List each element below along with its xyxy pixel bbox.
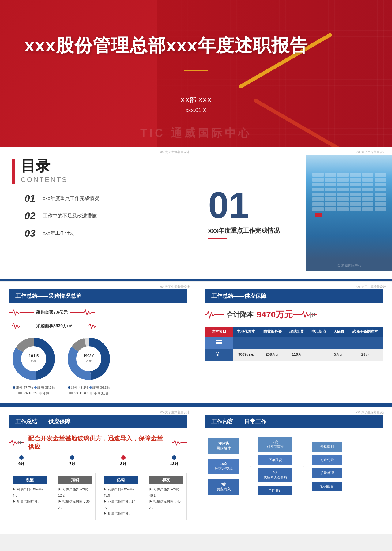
table-cell [348,337,383,349]
supply-reduction-header: 工作总结——供应保障 [205,289,383,303]
window [362,188,374,191]
window [350,202,361,206]
window [312,173,324,177]
block-num: 2路9块 [213,441,234,446]
legend-item: 玻璃 36.3% [89,385,110,390]
total-value: 9470万元 [257,309,293,320]
window [337,202,349,206]
window [337,197,349,201]
stat-item-amount: 采购金额7.6亿元 [9,309,95,316]
table-header: 认证费 [330,327,348,337]
contents-title-block: 目录 CONTENTS [21,156,68,184]
window [350,183,361,186]
timeline-line [133,461,165,461]
building-watermark: IC 通威国际中心 [337,263,361,268]
table-header: 降本项目 [205,327,233,337]
supplier-name: 和友 [149,476,183,484]
legend-item: EVA 16.2% [18,391,38,396]
table-cell: 28万 [348,349,383,361]
pulse-icon-right-area [75,322,99,330]
timeline-dot [19,455,24,460]
month-label: 6月 [12,461,31,467]
table-cell: ¥ [205,349,233,361]
window [375,173,386,177]
window [325,178,336,182]
block-label: 供应商入 [213,487,234,492]
window [312,207,324,211]
table-cell [233,337,259,349]
table-cell [308,349,330,361]
hero-watermark: TIC 通威国际中心 [140,126,252,141]
donut-svg-2: 1993.0 万m² [66,336,112,382]
flag [315,213,322,217]
window [362,193,374,196]
supply-assurance-header: 工作总结——供应保障 [9,415,187,428]
pulse-icon-total [205,310,224,319]
legend-item: EVA 11.8% [69,391,89,396]
month-label: 7月 [63,461,81,467]
window [350,193,361,196]
supplier-card-xuzhao: 旭硝 ▶ 可供产能(GW/年)：12.2 ▶ 批量供应时间：30天 [55,473,96,520]
table-header: 武强干燥剂降本 [348,327,383,337]
list-item: 03 xxx年工作计划 [24,228,183,239]
contents-items: 01 xxx年度重点工作完成情况 02 工作中的不足及改进措施 03 xxx年工… [24,193,183,239]
section4: xxx·为了生深着量设计 工作总结——供应保障 配合开发金堂基地玻璃供方，迅速导… [0,406,392,534]
table-cell: 9069万元 [233,349,259,361]
item-number: 03 [24,228,40,239]
iso-block: 对账付款 [312,455,342,465]
item-text: xxx年度重点工作完成情况 [43,195,99,202]
window [375,202,386,206]
block-label: 拜访及交流 [213,466,234,471]
table-cell [308,337,330,349]
iso-block: 15次 拜访及交流 [208,459,239,474]
building-image: IC 通威国际中心 [306,155,392,271]
section01-panel: xxx·为了生深着量设计 01 xxx年度重点工作完成情况 [196,147,392,279]
month-label: 8月 [114,461,133,467]
window [337,183,349,186]
block-label: 质量处理 [315,471,339,475]
procurement-panel: xxx·为了生深着量设计 工作总结——采购情况总览 采购金额7.6亿元 采购面积… [0,282,196,403]
reduction-section: 合计降本 9470万元 降本项目 本地化降本 防霉纸外资 玻璃阻货 电汇 [205,309,383,361]
stat-row-2: 采购面积3930万m² [9,322,187,330]
procurement-header: 工作总结——采购情况总览 [9,289,187,303]
stat-line: ▶ 可供产能(GW/年)：12.2 [58,486,92,499]
arrow-icon-2: → [298,462,306,471]
timeline-month: 7月 [63,455,81,467]
svg-rect-12 [310,312,311,318]
list-icon [215,339,223,345]
supply-reduction-panel: xxx·为了生深着量设计 工作总结——供应保障 合计降本 9470万元 [196,282,392,403]
contents-title-en: CONTENTS [21,176,68,184]
iso-block: 9人 供应商大会参待 [258,468,292,482]
window [375,183,386,186]
donut-chart-2: 1993.0 万m² 组件 48.1% 玻璃 36.3% EVA 11.8% 其… [64,336,113,396]
stat-line: ▶ 可供产能(GW/年)：4.5 [13,486,47,499]
watermark: xxx·为了生深着量设计 [356,285,386,289]
window [362,178,374,182]
supplier-card-kaisheng: 凯盛 ▶ 可供产能(GW/年)：4.5 ▶ 配量供应时间： [9,473,50,520]
window [312,202,324,206]
watermark: xxx·为了生深着量设计 [160,285,190,289]
stat-line: ▶ 花供产能(GW/年)：43.9 [104,486,138,499]
stat-line: ▶ 批量供应时间：30天 [58,499,92,511]
window [337,188,349,191]
supplier-stats: ▶ 花供产能(GW/年)：43.9 ▶ 花量供应时间：17天 ▶ 批量供应时间： [104,486,138,517]
hero-divider [184,70,208,71]
window [312,178,324,182]
svg-text:1993.0: 1993.0 [83,354,95,358]
window [325,183,336,186]
window [350,188,361,191]
reduction-table: 降本项目 本地化降本 防霉纸外资 玻璃阻货 电汇折点 认证费 武强干燥剂降本 [205,327,383,361]
window [312,188,324,191]
table-header: 电汇折点 [308,327,330,337]
stat-amount-label: 采购金额7.6亿元 [36,310,68,315]
timeline-dot [70,455,74,460]
supplier-name: 旭硝 [58,476,92,484]
window [325,207,336,211]
donut-chart-1: 101.5 亿元 组件 47.7% 玻璃 35.9% EVA 16.2% 其他 [9,336,58,396]
window [337,173,349,177]
window [350,207,361,211]
total-label: 合计降本 [227,310,254,319]
timeline-line [31,461,63,461]
window [362,183,374,186]
building-windows [312,173,386,211]
